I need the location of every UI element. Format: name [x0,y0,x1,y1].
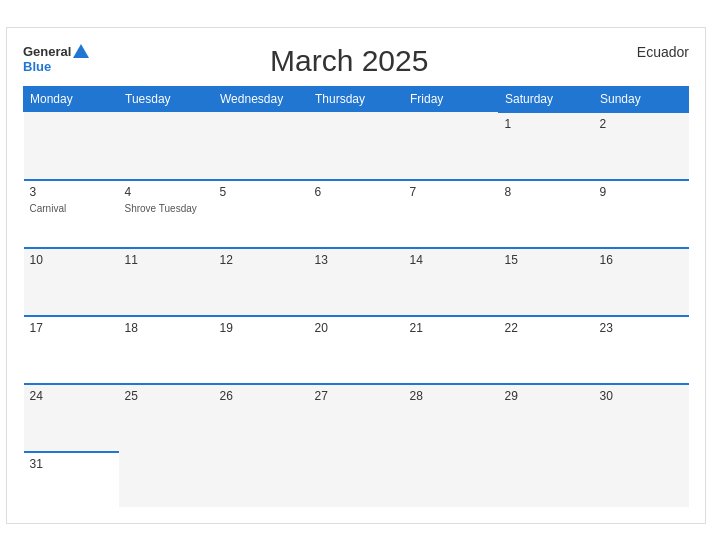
col-thursday: Thursday [309,86,404,112]
day-number: 29 [505,389,588,403]
calendar-cell: 17 [24,316,119,384]
calendar-cell: 9 [594,180,689,248]
logo-triangle-icon [73,44,89,58]
calendar-cell: 4Shrove Tuesday [119,180,214,248]
calendar-cell: 13 [309,248,404,316]
calendar-cell: 14 [404,248,499,316]
calendar-cell: 23 [594,316,689,384]
calendar-cell: 7 [404,180,499,248]
day-number: 25 [125,389,208,403]
calendar-cell: 27 [309,384,404,452]
logo-blue-text: Blue [23,59,51,74]
calendar-container: General Blue March 2025 Ecuador Monday T… [6,27,706,524]
day-number: 30 [600,389,683,403]
calendar-week-row: 31 [24,452,689,507]
day-number: 8 [505,185,588,199]
day-number: 22 [505,321,588,335]
calendar-header-row: Monday Tuesday Wednesday Thursday Friday… [24,86,689,112]
col-sunday: Sunday [594,86,689,112]
calendar-cell: 6 [309,180,404,248]
day-number: 18 [125,321,208,335]
col-saturday: Saturday [499,86,594,112]
calendar-cell: 1 [499,112,594,180]
day-number: 6 [315,185,398,199]
day-number: 12 [220,253,303,267]
day-number: 26 [220,389,303,403]
day-event: Carnival [30,203,67,214]
day-number: 3 [30,185,113,199]
calendar-week-row: 17181920212223 [24,316,689,384]
calendar-country: Ecuador [609,44,689,60]
col-friday: Friday [404,86,499,112]
calendar-cell [309,452,404,507]
day-number: 13 [315,253,398,267]
calendar-week-row: 12 [24,112,689,180]
day-number: 9 [600,185,683,199]
calendar-cell [404,452,499,507]
calendar-cell: 24 [24,384,119,452]
calendar-cell [404,112,499,180]
col-wednesday: Wednesday [214,86,309,112]
day-number: 10 [30,253,113,267]
calendar-title: March 2025 [89,44,609,78]
day-number: 11 [125,253,208,267]
day-number: 27 [315,389,398,403]
calendar-cell: 28 [404,384,499,452]
day-number: 17 [30,321,113,335]
calendar-cell: 30 [594,384,689,452]
calendar-cell: 29 [499,384,594,452]
day-number: 2 [600,117,683,131]
day-event: Shrove Tuesday [125,203,197,214]
day-number: 19 [220,321,303,335]
calendar-cell [119,112,214,180]
calendar-cell: 19 [214,316,309,384]
col-monday: Monday [24,86,119,112]
logo: General Blue [23,44,89,74]
calendar-cell: 31 [24,452,119,507]
day-number: 5 [220,185,303,199]
day-number: 4 [125,185,208,199]
calendar-cell [499,452,594,507]
calendar-week-row: 10111213141516 [24,248,689,316]
calendar-week-row: 3Carnival4Shrove Tuesday56789 [24,180,689,248]
day-number: 20 [315,321,398,335]
day-number: 14 [410,253,493,267]
calendar-cell: 10 [24,248,119,316]
logo-general-text: General [23,44,71,59]
day-number: 28 [410,389,493,403]
calendar-cell: 20 [309,316,404,384]
calendar-cell: 16 [594,248,689,316]
calendar-cell: 21 [404,316,499,384]
day-number: 24 [30,389,113,403]
calendar-cell: 11 [119,248,214,316]
calendar-cell: 26 [214,384,309,452]
calendar-cell: 5 [214,180,309,248]
day-number: 21 [410,321,493,335]
day-number: 31 [30,457,113,471]
day-number: 16 [600,253,683,267]
calendar-cell [214,452,309,507]
calendar-cell [214,112,309,180]
calendar-cell: 12 [214,248,309,316]
calendar-cell [594,452,689,507]
day-number: 15 [505,253,588,267]
calendar-grid: Monday Tuesday Wednesday Thursday Friday… [23,86,689,507]
day-number: 7 [410,185,493,199]
calendar-cell: 15 [499,248,594,316]
calendar-cell: 22 [499,316,594,384]
calendar-cell [24,112,119,180]
calendar-week-row: 24252627282930 [24,384,689,452]
calendar-cell: 18 [119,316,214,384]
calendar-header: General Blue March 2025 Ecuador [23,44,689,78]
calendar-cell: 8 [499,180,594,248]
calendar-cell: 25 [119,384,214,452]
calendar-cell: 2 [594,112,689,180]
calendar-cell [309,112,404,180]
day-number: 23 [600,321,683,335]
calendar-cell [119,452,214,507]
col-tuesday: Tuesday [119,86,214,112]
day-number: 1 [505,117,588,131]
calendar-cell: 3Carnival [24,180,119,248]
